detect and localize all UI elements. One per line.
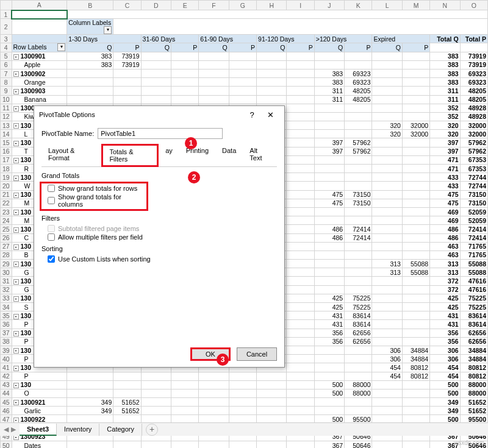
watermark: wsxdn.com [454, 439, 484, 446]
collapse-icon[interactable]: - [13, 348, 19, 354]
collapse-icon[interactable]: - [13, 261, 19, 267]
cancel-button[interactable]: Cancel [237, 347, 277, 361]
collapse-icon[interactable]: - [13, 210, 19, 215]
collapse-icon[interactable]: - [13, 314, 19, 319]
table-row[interactable]: 8Orange3836932338369323 [1, 78, 488, 87]
collapse-icon[interactable]: - [13, 158, 19, 163]
chevron-down-icon[interactable]: ▾ [57, 43, 65, 51]
collapse-icon[interactable]: - [13, 244, 19, 250]
filters-section: Filters Subtotal filtered page items All… [41, 215, 277, 241]
collapse-icon[interactable]: - [13, 193, 19, 198]
collapse-icon[interactable]: - [13, 89, 19, 94]
collapse-icon[interactable]: - [13, 366, 19, 371]
collapse-icon[interactable]: - [13, 123, 19, 129]
collapse-icon[interactable]: - [13, 383, 19, 388]
tab-totals-filters[interactable]: Totals & Filters [101, 144, 159, 167]
table-row[interactable]: 9-13009033114820531148205 [1, 87, 488, 95]
help-button[interactable]: ? [243, 110, 261, 119]
tab-ay[interactable]: ay [159, 144, 179, 166]
table-row[interactable]: 44O5008800050088000 [1, 389, 488, 397]
table-row[interactable]: 5-13009013837391938373919 [1, 52, 488, 60]
tab-data[interactable]: Data [215, 144, 243, 166]
close-button[interactable]: ✕ [261, 110, 279, 119]
chevron-down-icon[interactable]: ▾ [104, 26, 112, 34]
custom-lists-checkbox[interactable] [48, 255, 55, 263]
callout-3: 3 [217, 354, 229, 366]
dialog-titlebar[interactable]: PivotTable Options ? ✕ [34, 106, 284, 123]
row-4: 4Row Labels▾QPQPQPQPQPQP [1, 43, 488, 52]
subtotal-filtered-checkbox [48, 225, 55, 232]
sorting-section: Sorting Use Custom Lists when sorting [41, 245, 277, 263]
table-row[interactable]: 50Dates3675064636750646 [1, 441, 488, 449]
tab-alt-text[interactable]: Alt Text [243, 144, 277, 166]
column-labels-label: Column Labels [68, 19, 111, 26]
multiple-filters-checkbox[interactable] [48, 233, 55, 241]
table-row[interactable]: 46Garlic3495165234951652 [1, 407, 488, 415]
collapse-icon[interactable]: - [13, 141, 19, 146]
pivottable-options-dialog: PivotTable Options ? ✕ PivotTable Name: … [34, 105, 285, 368]
table-row[interactable]: 42P4548081245480812 [1, 372, 488, 380]
callout-1: 1 [185, 137, 197, 149]
sheet-tab-inventory[interactable]: Inventory [57, 424, 99, 436]
grand-totals-columns-checkbox[interactable] [48, 197, 55, 204]
collapse-icon[interactable]: - [13, 279, 19, 285]
sheet-tab-sheet3[interactable]: Sheet3 [20, 424, 57, 436]
row-2: 2Column Labels▾ [1, 19, 488, 35]
table-row[interactable]: 43-1305008800050088000 [1, 380, 488, 389]
collapse-icon[interactable]: - [13, 227, 19, 233]
add-sheet-button[interactable]: + [146, 424, 158, 436]
row-3: 31-30 Days31-60 Days61-90 Days91-120 Day… [1, 35, 488, 43]
collapse-icon[interactable]: - [13, 71, 19, 77]
table-row[interactable]: 45-13009213495165234951652 [1, 398, 488, 407]
tab-layout-format[interactable]: Layout & Format [41, 144, 101, 166]
collapse-icon[interactable]: - [13, 176, 19, 181]
next-sheet-icon[interactable]: ▶ [11, 425, 16, 433]
collapse-icon[interactable]: - [13, 54, 19, 60]
collapse-icon[interactable]: - [13, 400, 19, 405]
sheet-tab-bar: ◀▶ Sheet3InventoryCategory + [0, 422, 488, 436]
table-row[interactable]: 6Apple3837391938373919 [1, 60, 488, 69]
name-label: PivotTable Name: [41, 130, 94, 137]
table-row[interactable]: 10Banana3114820531148205 [1, 95, 488, 104]
grand-totals-rows-checkbox[interactable] [48, 185, 55, 192]
collapse-icon[interactable]: - [13, 331, 19, 336]
callout-2: 2 [188, 171, 200, 183]
column-headers[interactable]: ABCDEFGHIJKLMNO [1, 1, 488, 10]
row-1: 1 [1, 10, 488, 19]
collapse-icon[interactable]: - [13, 106, 19, 112]
table-row[interactable]: 7-13009023836932338369323 [1, 69, 488, 77]
grand-totals-section: Grand Totals Show grand totals for rows … [41, 172, 277, 211]
dialog-title: PivotTable Options [39, 111, 243, 118]
pivottable-name-input[interactable] [98, 128, 223, 139]
sheet-tab-category[interactable]: Category [99, 424, 142, 436]
tab-printing[interactable]: Printing [179, 144, 215, 166]
prev-sheet-icon[interactable]: ◀ [4, 425, 9, 433]
collapse-icon[interactable]: - [13, 296, 19, 302]
dialog-tabs: Layout & FormatTotals & FiltersayPrintin… [41, 144, 277, 167]
active-cell[interactable] [12, 10, 67, 19]
